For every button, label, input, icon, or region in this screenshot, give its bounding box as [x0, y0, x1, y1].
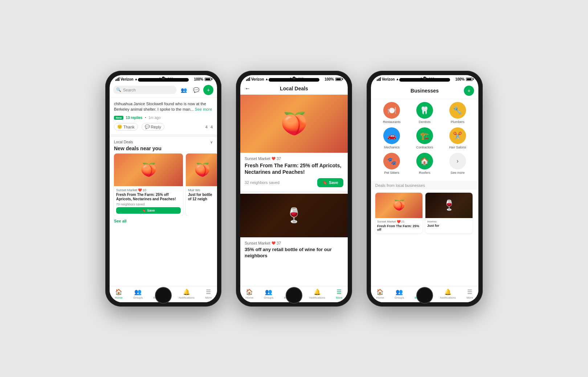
wifi-icon-3: ▲	[396, 77, 399, 81]
save-button-1[interactable]: 🔖 Save	[116, 207, 181, 214]
groups-icon-3: 👥	[396, 288, 403, 295]
post-card: chihuahua Janice Stockwell found who is …	[110, 98, 217, 138]
biz-item-hair-salons[interactable]: ✂️ Hair Salons	[445, 127, 470, 149]
biz-item-see-more[interactable]: › See more	[445, 153, 470, 175]
heart-icon-1: ❤️	[138, 188, 142, 192]
reply-button[interactable]: 💬 Reply	[142, 123, 164, 131]
see-all-link[interactable]: See all	[110, 216, 217, 226]
add-business-icon[interactable]: +	[464, 86, 474, 96]
plumbers-label: Plumbers	[451, 120, 465, 124]
dentists-label: Dentists	[419, 120, 431, 124]
biz-item-contractors[interactable]: 🏗️ Contractors	[412, 127, 437, 149]
nav-notifications-2[interactable]: 🔔 Notifications	[309, 288, 325, 299]
local-card-image-2: 🍷	[425, 193, 473, 218]
contractors-icon: 🏗️	[416, 127, 433, 144]
bookmark-icon-1: 🔖	[142, 209, 146, 212]
deal-store-1: Sunset Market ❤️ 10	[116, 188, 181, 192]
nav-more-1[interactable]: ☰ More	[205, 288, 212, 299]
nav-more-2[interactable]: ☰ More	[336, 288, 342, 299]
deal-title-1: Fresh From The Farm: 25% off Apricots, N…	[116, 193, 181, 201]
battery-label: 100%	[194, 77, 203, 81]
battery-icon-3	[466, 78, 473, 81]
groups-icon-1: 👥	[134, 288, 142, 295]
roofers-label: Roofers	[419, 171, 430, 175]
hair-salons-icon: ✂️	[449, 127, 466, 144]
nav-home-3[interactable]: 🏠 Home	[376, 288, 384, 299]
deals-chevron-icon[interactable]: ∨	[210, 140, 213, 144]
signal-icon	[115, 77, 119, 81]
local-card-info-1: Sunset Market ❤️ 21 Fresh From The Farm:…	[375, 218, 422, 233]
biz-row-3: 🐾 Pet Sitters 🏠 Roofers › See more	[375, 153, 474, 175]
deal-card-2[interactable]: Muir Wo Just for bottle of 12 neigh	[186, 153, 217, 216]
message-icon[interactable]: 💬	[191, 85, 201, 95]
phone-camera	[162, 77, 165, 79]
search-bar[interactable]: 🔍 Search	[113, 86, 176, 94]
home-icon-1: 🏠	[115, 288, 122, 295]
notifications-icon-3: 🔔	[444, 288, 452, 295]
deal-detail-store-2: Sunset Market ❤️ 37	[245, 241, 343, 245]
deal-info-1: Sunset Market ❤️ 10 Fresh From The Farm:…	[114, 186, 183, 216]
back-button[interactable]: ←	[245, 85, 250, 92]
business-categories: 🍽️ Restaurants 🦷 Dentists 🔧 Plumbers 🚗 M…	[371, 99, 478, 181]
see-more-link[interactable]: See more	[195, 107, 212, 111]
nav-groups-1[interactable]: 👥 Groups	[133, 288, 143, 299]
reply-label: Reply	[151, 125, 161, 129]
see-more-icon: ›	[449, 153, 466, 169]
roofers-icon: 🏠	[416, 153, 433, 169]
pet-sitters-icon: 🐾	[383, 153, 400, 169]
local-card-2[interactable]: 🍷 Inovino Just for	[425, 193, 473, 233]
local-card-title-2: Just for	[427, 224, 471, 228]
local-deals-header: ← Local Deals	[240, 83, 348, 95]
wine-icon: 🍷	[240, 194, 348, 237]
biz-item-dentists[interactable]: 🦷 Dentists	[412, 102, 437, 124]
mechanics-label: Mechanics	[384, 146, 400, 149]
battery-icon	[205, 78, 211, 81]
biz-row-2: 🚗 Mechanics 🏗️ Contractors ✂️ Hair Salon…	[375, 127, 474, 149]
home-button-3[interactable]	[416, 287, 433, 304]
store-name-2: Muir Wo	[188, 188, 200, 192]
deals-section-header: Local Deals ∨	[110, 137, 217, 146]
nav-groups-3[interactable]: 👥 Groups	[395, 288, 404, 299]
nav-groups-2[interactable]: 👥 Groups	[264, 288, 273, 299]
local-card-info-2: Inovino Just for	[425, 218, 473, 229]
deal-detail-footer-1: 32 neighbors saved 🔖 Save	[245, 178, 343, 187]
biz-item-restaurants[interactable]: 🍽️ Restaurants	[379, 102, 404, 124]
nav-notifications-3[interactable]: 🔔 Notifications	[440, 288, 456, 299]
nav-more-3[interactable]: ☰ More	[466, 288, 473, 299]
businesses-header: Businesses +	[371, 83, 478, 99]
local-card-1[interactable]: 🍑 Sunset Market ❤️ 21 Fresh From The Far…	[375, 193, 422, 233]
post-actions: 🙂 Thank 💬 Reply 4 4	[114, 123, 213, 131]
nav-home-2[interactable]: 🏠 Home	[246, 288, 253, 299]
see-more-label: See more	[450, 171, 465, 175]
new-badge: New	[114, 116, 123, 120]
home-icon-3: 🏠	[376, 288, 384, 295]
phone-1: Verizon ▲ 9:41 AM 100% 🔍 Search 👥 💬 + ch…	[105, 71, 221, 307]
home-button-2[interactable]	[286, 287, 302, 304]
replies-count[interactable]: 13 replies	[126, 116, 142, 120]
more-icon-3: ☰	[467, 288, 472, 295]
mechanics-icon: 🚗	[383, 127, 400, 144]
deal-detail-title-2: 35% off any retail bottle of wine for ou…	[245, 247, 343, 259]
contractors-label: Contractors	[416, 146, 433, 149]
biz-item-roofers[interactable]: 🏠 Roofers	[412, 153, 437, 175]
thank-button[interactable]: 🙂 Thank	[114, 123, 138, 131]
add-icon[interactable]: +	[203, 85, 213, 95]
friends-icon[interactable]: 👥	[179, 85, 189, 95]
home-button-1[interactable]	[155, 287, 172, 304]
deal-saved-1: 79 neighbors saved	[116, 202, 181, 206]
save-button-lg-1[interactable]: 🔖 Save	[317, 178, 343, 187]
plumbers-icon: 🔧	[449, 102, 466, 119]
restaurants-label: Restaurants	[383, 120, 401, 124]
comment-count: 4	[211, 125, 213, 129]
biz-item-mechanics[interactable]: 🚗 Mechanics	[379, 127, 404, 149]
biz-item-pet-sitters[interactable]: 🐾 Pet Sitters	[379, 153, 404, 175]
deal-card-1[interactable]: Sunset Market ❤️ 10 Fresh From The Farm:…	[114, 153, 183, 216]
heart-icon-2: ❤️	[271, 157, 275, 160]
notifications-icon-2: 🔔	[314, 288, 321, 295]
heart-icon-4: ❤️	[397, 220, 401, 224]
nav-home-1[interactable]: 🏠 Home	[115, 288, 123, 299]
more-icon-1: ☰	[206, 288, 211, 295]
local-card-image-1: 🍑	[375, 193, 422, 218]
nav-notifications-1[interactable]: 🔔 Notifications	[179, 288, 195, 299]
biz-item-plumbers[interactable]: 🔧 Plumbers	[445, 102, 470, 124]
